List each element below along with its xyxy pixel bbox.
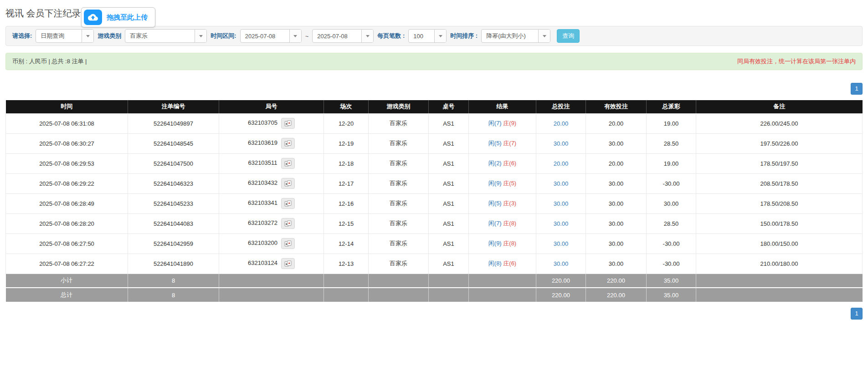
game-type-cell: 百家乐 xyxy=(369,113,429,133)
view-cards-button[interactable] xyxy=(281,138,295,149)
page-size-value: 100 xyxy=(409,30,434,42)
remark-cell: 150.00/178.50 xyxy=(696,213,863,234)
page: 视讯 会员下注纪录 拖拽至此上传 请选择: 日期查询 游戏类别 百家乐 时间区间… xyxy=(0,0,868,333)
date-range-separator: ~ xyxy=(305,33,309,40)
total-bet-link[interactable]: 20.00 xyxy=(554,160,569,167)
sort-order-dropdown[interactable]: 降幂(由大到小) xyxy=(481,29,550,43)
subtotal-empty xyxy=(369,274,429,288)
grand-total-payout: 35.00 xyxy=(647,288,696,302)
subtotal-label: 小计 xyxy=(6,274,128,288)
round-id: 632103200 xyxy=(248,239,277,246)
banker-result: 庄(9) xyxy=(503,120,516,127)
search-button[interactable]: 查询 xyxy=(557,29,580,43)
chevron-down-icon[interactable] xyxy=(82,30,93,42)
chevron-down-icon[interactable] xyxy=(434,30,446,42)
date-to-dropdown[interactable]: 2025-07-08 xyxy=(312,29,374,43)
result-cell: 闲(5) 庄(7) xyxy=(469,133,536,153)
total-bet-cell: 30.00 xyxy=(536,254,586,274)
table-row: 2025-07-08 06:27:22522641041890632103124… xyxy=(6,254,863,274)
page-1-button[interactable]: 1 xyxy=(851,83,863,95)
total-bet-cell: 20.00 xyxy=(536,153,586,173)
table-header: 时间 注单编号 局号 场次 游戏类别 桌号 结果 总投注 有效投注 总派彩 备注 xyxy=(6,100,863,113)
chevron-down-icon[interactable] xyxy=(195,30,206,42)
time-cell: 2025-07-08 06:27:50 xyxy=(6,234,128,254)
time-cell: 2025-07-08 06:30:27 xyxy=(6,133,128,153)
cloud-upload-icon xyxy=(84,10,102,25)
banker-result: 庄(5) xyxy=(503,180,516,187)
game-type-label: 游戏类别 xyxy=(98,32,121,40)
banker-result: 庄(8) xyxy=(503,220,516,227)
column-header-result: 结果 xyxy=(469,100,536,113)
view-cards-button[interactable] xyxy=(281,218,295,229)
valid-bet-cell: 20.00 xyxy=(586,113,647,133)
page-1-button[interactable]: 1 xyxy=(851,308,863,320)
game-type-cell: 百家乐 xyxy=(369,153,429,173)
column-header-time: 时间 xyxy=(6,100,128,113)
chevron-down-icon[interactable] xyxy=(361,30,373,42)
view-cards-button[interactable] xyxy=(281,118,295,129)
subtotal-row: 小计 8 220.00 220.00 35.00 xyxy=(6,274,863,288)
total-bet-link[interactable]: 30.00 xyxy=(554,200,569,207)
subtotal-valid-bet: 220.00 xyxy=(586,274,647,288)
total-bet-link[interactable]: 30.00 xyxy=(554,220,569,227)
sort-order-label: 时间排序 : xyxy=(450,32,478,40)
table-body: 2025-07-08 06:31:08522641049897632103705… xyxy=(6,113,863,274)
chevron-down-icon[interactable] xyxy=(289,30,301,42)
grand-total-empty xyxy=(469,288,536,302)
payout-cell: -30.00 xyxy=(647,254,696,274)
total-bet-link[interactable]: 30.00 xyxy=(554,180,569,187)
payout-cell: 28.50 xyxy=(647,213,696,234)
total-bet-link[interactable]: 20.00 xyxy=(554,120,569,127)
remark-cell: 178.50/208.50 xyxy=(696,193,863,213)
column-header-session: 场次 xyxy=(324,100,369,113)
grand-total-empty xyxy=(696,288,863,302)
date-range-label: 时间区间: xyxy=(211,32,236,40)
table-row: 2025-07-08 06:29:53522641047500632103511… xyxy=(6,153,863,173)
time-cell: 2025-07-08 06:27:22 xyxy=(6,254,128,274)
payout-cell: 30.00 xyxy=(647,193,696,213)
column-header-valid-bet: 有效投注 xyxy=(586,100,647,113)
subtotal-empty xyxy=(324,274,369,288)
page-size-dropdown[interactable]: 100 xyxy=(408,29,447,43)
round-id: 632103124 xyxy=(248,259,277,266)
round-id-cell: 632103511 xyxy=(219,153,324,173)
bet-id-cell: 522641042959 xyxy=(128,234,219,254)
banker-result: 庄(6) xyxy=(503,260,516,267)
query-type-value: 日期查询 xyxy=(36,30,82,42)
valid-bet-cell: 20.00 xyxy=(586,153,647,173)
view-cards-button[interactable] xyxy=(281,178,295,189)
total-bet-link[interactable]: 30.00 xyxy=(554,260,569,267)
cards-icon xyxy=(284,180,292,187)
table-footer: 小计 8 220.00 220.00 35.00 总计 8 2 xyxy=(6,274,863,302)
session-cell: 12-15 xyxy=(324,213,369,234)
payout-cell: 28.50 xyxy=(647,133,696,153)
total-bet-link[interactable]: 30.00 xyxy=(554,240,569,247)
filter-bar: 请选择: 日期查询 游戏类别 百家乐 时间区间: 2025-07-08 ~ 20… xyxy=(5,26,863,46)
result-cell: 闲(8) 庄(6) xyxy=(469,254,536,274)
result-cell: 闲(9) 庄(8) xyxy=(469,234,536,254)
query-type-dropdown[interactable]: 日期查询 xyxy=(36,29,94,43)
upload-dropzone[interactable]: 拖拽至此上传 xyxy=(81,7,155,27)
column-header-remark: 备注 xyxy=(696,100,863,113)
banker-result: 庄(7) xyxy=(503,140,516,147)
view-cards-button[interactable] xyxy=(281,158,295,169)
date-from-dropdown[interactable]: 2025-07-08 xyxy=(240,29,302,43)
round-id: 632103511 xyxy=(248,159,277,166)
cards-icon xyxy=(284,240,292,247)
game-type-dropdown[interactable]: 百家乐 xyxy=(125,29,207,43)
table-no-cell: AS1 xyxy=(429,234,469,254)
chevron-down-icon[interactable] xyxy=(538,30,550,42)
valid-bet-cell: 30.00 xyxy=(586,193,647,213)
bet-records-table: 时间 注单编号 局号 场次 游戏类别 桌号 结果 总投注 有效投注 总派彩 备注… xyxy=(5,100,863,302)
result-cell: 闲(5) 庄(3) xyxy=(469,193,536,213)
cards-icon xyxy=(284,200,292,207)
view-cards-button[interactable] xyxy=(281,238,295,249)
table-row: 2025-07-08 06:31:08522641049897632103705… xyxy=(6,113,863,133)
total-bet-link[interactable]: 30.00 xyxy=(554,140,569,147)
view-cards-button[interactable] xyxy=(281,198,295,209)
bet-id-cell: 522641044083 xyxy=(128,213,219,234)
bet-id-cell: 522641041890 xyxy=(128,254,219,274)
grand-total-total-bet: 220.00 xyxy=(536,288,586,302)
view-cards-button[interactable] xyxy=(281,258,295,269)
banker-result: 庄(6) xyxy=(503,160,516,167)
